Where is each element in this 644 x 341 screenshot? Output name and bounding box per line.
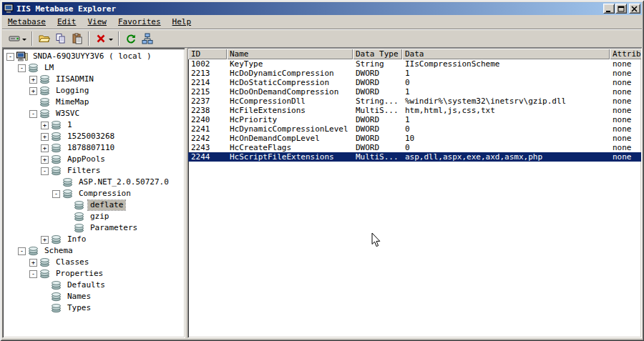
tree-item-1[interactable]: +1	[4, 119, 185, 131]
table-cell: String...	[353, 97, 402, 106]
tree-item-iisadmin[interactable]: +IISADMIN	[4, 74, 185, 85]
tree-item-label: Filters	[65, 166, 102, 176]
expand-plus-icon[interactable]: +	[41, 122, 49, 129]
tree-item-1878807110[interactable]: +1878807110	[4, 142, 185, 154]
tree-item-apppools[interactable]: +AppPools	[4, 154, 185, 165]
tree-item-filters[interactable]: -Filters	[4, 165, 185, 177]
tree-item-compression[interactable]: -Compression	[4, 188, 185, 199]
table-cell: 1	[402, 115, 610, 124]
expand-plus-icon[interactable]: +	[41, 156, 49, 164]
table-cell: DWORD	[353, 78, 402, 87]
expand-plus-icon[interactable]: +	[29, 87, 37, 95]
table-row-1002[interactable]: 1002KeyTypeStringIIsCompressionSchemenon…	[188, 59, 641, 69]
tree-item-parameters[interactable]: Parameters	[4, 222, 185, 234]
table-cell: HcScriptFileExtensions	[227, 152, 353, 162]
menu-item-metabase[interactable]: Metabase	[2, 16, 52, 28]
tree-item-w3svc[interactable]: -W3SVC	[4, 108, 185, 119]
network-button[interactable]	[139, 31, 155, 46]
collapse-minus-icon[interactable]: -	[29, 270, 37, 278]
expand-plus-icon[interactable]: +	[41, 133, 49, 141]
tree-item-properties[interactable]: -Properties	[4, 268, 185, 280]
tree-item-snda-69q3uyy3v6-local[interactable]: -SNDA-69Q3UYY3V6 ( local )	[4, 51, 185, 62]
tree-item-label: Types	[65, 303, 93, 313]
computer-icon	[16, 51, 28, 62]
tree-item-names[interactable]: Names	[4, 291, 185, 302]
menu-item-edit[interactable]: Edit	[52, 16, 82, 28]
dropdown-arrow-icon[interactable]	[109, 39, 113, 43]
table-cell: %windir%\system32\inetsrv\gzip.dll	[402, 97, 610, 106]
tree-item-label: Info	[65, 234, 89, 244]
tree-item-mimemap[interactable]: MimeMap	[4, 97, 185, 108]
network-nodes-icon	[142, 33, 153, 44]
metabase-key-icon	[62, 188, 74, 199]
column-header-data[interactable]: Data	[402, 49, 610, 59]
metabase-key-icon	[39, 268, 51, 280]
tree-item-info[interactable]: +Info	[4, 234, 185, 245]
copy-button[interactable]	[52, 31, 69, 46]
tree-item-label: 1525003268	[65, 132, 117, 142]
tree-view: -SNDA-69Q3UYY3V6 ( local )-LM+IISADMIN+L…	[2, 48, 185, 338]
paste-button[interactable]	[69, 31, 85, 46]
column-header-attributes[interactable]: Attributes	[610, 49, 642, 59]
table-cell: HcCreateFlags	[227, 143, 353, 152]
expand-plus-icon[interactable]: +	[41, 236, 49, 244]
dropdown-arrow-icon[interactable]	[22, 39, 26, 43]
delete-x-icon	[95, 33, 107, 44]
table-row-2213[interactable]: 2213HcDoDynamicCompressionDWORD1none	[188, 69, 641, 78]
tree-item-label: Defaults	[65, 280, 107, 290]
table-row-2241[interactable]: 2241HcDynamicCompressionLevelDWORD0none	[188, 124, 641, 134]
open-button[interactable]	[36, 31, 52, 46]
refresh-button[interactable]	[122, 31, 139, 46]
expand-plus-icon[interactable]: +	[41, 144, 49, 152]
tree-item-gzip[interactable]: gzip	[4, 211, 185, 222]
table-row-2243[interactable]: 2243HcCreateFlagsDWORD0none	[188, 143, 641, 152]
expand-plus-icon[interactable]: +	[29, 76, 37, 84]
collapse-minus-icon[interactable]: -	[41, 167, 49, 175]
menu-item-favorites[interactable]: Favorites	[112, 16, 167, 28]
tree-item-schema[interactable]: -Schema	[4, 245, 185, 257]
table-cell: 2215	[188, 87, 227, 97]
table-row-2237[interactable]: 2237HcCompressionDllString...%windir%\sy…	[188, 97, 641, 106]
tree-item-1525003268[interactable]: +1525003268	[4, 131, 185, 142]
tree-item-asp-net-2-0-50727-0[interactable]: ASP.NET_2.0.50727.0	[4, 177, 185, 188]
tree-item-lm[interactable]: -LM	[4, 62, 185, 74]
tree-item-types[interactable]: Types	[4, 302, 185, 314]
table-row-2242[interactable]: 2242HcOnDemandCompLevelDWORD10none	[188, 134, 641, 143]
table-cell: HcDoDynamicCompression	[227, 69, 353, 78]
column-header-data-type[interactable]: Data Type	[353, 49, 402, 59]
maximize-button[interactable]	[615, 4, 627, 14]
collapse-minus-icon[interactable]: -	[6, 53, 14, 61]
menu-item-view[interactable]: View	[82, 16, 112, 28]
table-row-2244[interactable]: 2244HcScriptFileExtensionsMultiS...asp,d…	[188, 152, 641, 162]
table-row-2215[interactable]: 2215HcDoOnDemandCompressionDWORD1none	[188, 87, 641, 97]
collapse-minus-icon[interactable]: -	[18, 64, 26, 72]
metabase-key-icon	[28, 245, 39, 257]
collapse-minus-icon[interactable]: -	[18, 247, 26, 255]
tree-item-label: MimeMap	[54, 97, 91, 107]
menu-item-help[interactable]: Help	[167, 16, 197, 28]
table-cell: 2241	[188, 124, 227, 134]
titlebar[interactable]: IIS Metabase Explorer	[2, 2, 642, 15]
close-button[interactable]	[629, 4, 640, 14]
tree-item-label: 1	[65, 120, 74, 130]
maximize-icon	[618, 6, 625, 12]
expand-plus-icon[interactable]: +	[29, 259, 37, 267]
tree-item-label: LM	[42, 63, 56, 73]
column-header-name[interactable]: Name	[227, 49, 353, 59]
collapse-minus-icon[interactable]: -	[52, 190, 60, 198]
tree-item-defaults[interactable]: Defaults	[4, 280, 185, 291]
list-header: ID Name Data Type Data Attributes	[188, 49, 641, 59]
tree-item-deflate[interactable]: deflate	[4, 199, 185, 211]
tree-item-classes[interactable]: +Classes	[4, 257, 185, 268]
table-row-2240[interactable]: 2240HcPriorityDWORD1none	[188, 115, 641, 124]
table-row-2214[interactable]: 2214HcDoStaticCompressionDWORD0none	[188, 78, 641, 87]
table-row-2238[interactable]: 2238HcFileExtensionsMultiS...htm,html,js…	[188, 106, 641, 115]
minimize-button[interactable]	[603, 4, 615, 14]
metabase-key-icon	[74, 199, 85, 211]
connect-button[interactable]	[6, 31, 22, 46]
collapse-minus-icon[interactable]: -	[29, 110, 37, 118]
tree-item-logging[interactable]: +Logging	[4, 85, 185, 97]
delete-button[interactable]	[92, 31, 109, 46]
metabase-key-icon	[62, 177, 74, 188]
column-header-id[interactable]: ID	[188, 49, 227, 59]
